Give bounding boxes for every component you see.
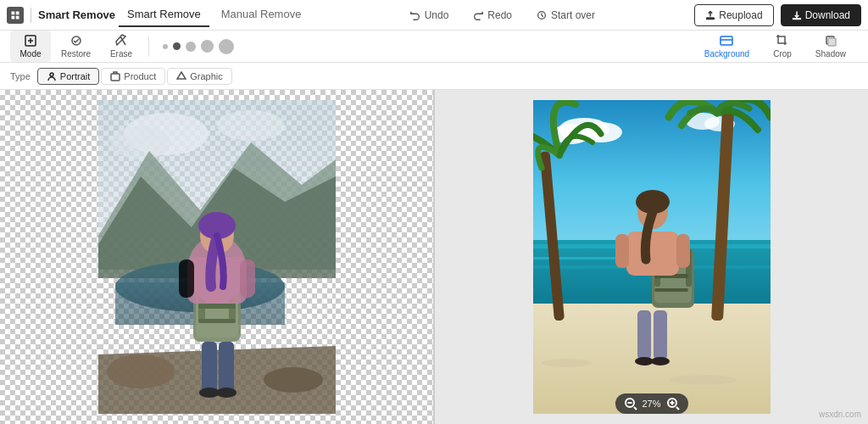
main-content: 27% wsxdn.com (0, 90, 868, 424)
brush-size-xl[interactable] (219, 39, 234, 54)
svg-rect-2 (12, 15, 15, 19)
svg-rect-37 (198, 319, 236, 323)
svg-point-60 (669, 375, 737, 385)
svg-marker-16 (177, 72, 186, 79)
typebar: Type Portrait Product Graphic (0, 63, 868, 90)
undo-action[interactable]: Undo (404, 6, 454, 25)
crop-label: Crop (773, 49, 792, 59)
app-title: Smart Remove (38, 8, 115, 21)
original-panel (0, 90, 435, 424)
tab-manual-remove[interactable]: Manual Remove (213, 3, 310, 27)
svg-rect-1 (16, 11, 19, 14)
background-label: Background (704, 49, 749, 59)
brush-size-xs[interactable] (163, 44, 168, 49)
start-over-label: Start over (551, 9, 595, 21)
restore-label: Restore (61, 49, 91, 59)
shadow-label: Shadow (815, 49, 846, 59)
svg-point-31 (264, 367, 323, 393)
portrait-type-btn[interactable]: Portrait (37, 68, 99, 85)
shadow-panel-btn[interactable]: Shadow (804, 31, 858, 62)
toolbar2: Mode Restore Erase Background Crop Shado… (0, 31, 868, 63)
svg-rect-5 (707, 18, 715, 20)
svg-rect-76 (637, 310, 651, 360)
topbar-center-actions: Undo Redo Start over (313, 6, 691, 25)
svg-rect-3 (16, 15, 19, 19)
redo-action[interactable]: Redo (467, 6, 517, 25)
app-logo (7, 7, 24, 24)
svg-rect-0 (12, 11, 15, 14)
svg-line-86 (676, 407, 679, 410)
svg-rect-36 (198, 304, 236, 309)
tab-smart-remove[interactable]: Smart Remove (119, 3, 209, 27)
svg-point-79 (651, 357, 670, 365)
svg-rect-73 (676, 234, 690, 268)
svg-point-59 (542, 359, 593, 367)
restore-tool[interactable]: Restore (53, 31, 99, 62)
result-panel: 27% (435, 90, 868, 424)
brush-size-lg[interactable] (201, 40, 214, 53)
svg-rect-40 (179, 259, 194, 298)
zoom-percent: 27% (642, 399, 660, 409)
svg-point-24 (217, 110, 285, 141)
erase-label: Erase (110, 49, 132, 59)
svg-rect-10 (721, 36, 732, 45)
brush-size-sm[interactable] (173, 42, 181, 50)
svg-line-82 (633, 407, 636, 410)
mode-tool[interactable]: Mode (10, 31, 51, 62)
mountain-scene-svg (98, 100, 336, 414)
type-label: Type (10, 71, 31, 81)
svg-rect-13 (828, 38, 836, 46)
svg-point-78 (635, 357, 654, 365)
start-over-action[interactable]: Start over (531, 6, 600, 25)
svg-rect-6 (793, 18, 800, 19)
svg-rect-77 (654, 310, 667, 360)
svg-point-23 (111, 126, 170, 159)
zoom-in-icon[interactable] (666, 397, 680, 410)
background-panel-btn[interactable]: Background (693, 31, 761, 62)
topbar-right: Reupload Download (694, 4, 861, 26)
watermark: wsxdn.com (819, 410, 861, 419)
download-button[interactable]: Download (781, 4, 861, 26)
reupload-button[interactable]: Reupload (694, 4, 773, 26)
svg-rect-72 (615, 234, 629, 268)
svg-rect-44 (202, 342, 217, 393)
mode-label: Mode (19, 49, 41, 59)
svg-rect-39 (187, 257, 247, 304)
undo-label: Undo (425, 9, 449, 21)
svg-rect-41 (240, 259, 255, 298)
beach-scene-svg (533, 100, 771, 414)
left-image-container (98, 100, 336, 414)
svg-rect-71 (626, 232, 679, 276)
crop-panel-btn[interactable]: Crop (761, 31, 804, 62)
svg-point-14 (50, 73, 53, 76)
panel-buttons: Background Crop Shadow (693, 31, 858, 62)
svg-point-30 (107, 354, 175, 388)
svg-rect-15 (111, 74, 120, 81)
brush-size-selector (163, 39, 234, 54)
brush-size-md[interactable] (186, 42, 196, 52)
toolbar-divider (148, 36, 149, 57)
topbar: Smart Remove Smart Remove Manual Remove … (0, 0, 868, 31)
graphic-type-btn[interactable]: Graphic (167, 68, 232, 85)
svg-rect-45 (219, 342, 234, 393)
topbar-divider (31, 8, 31, 23)
redo-label: Redo (487, 9, 512, 21)
svg-rect-70 (654, 288, 688, 292)
zoom-out-icon[interactable] (623, 397, 637, 410)
erase-tool[interactable]: Erase (101, 31, 142, 62)
product-type-btn[interactable]: Product (101, 68, 165, 85)
right-image-container (533, 100, 771, 414)
zoom-bar: 27% (615, 393, 687, 414)
svg-point-47 (216, 388, 236, 398)
